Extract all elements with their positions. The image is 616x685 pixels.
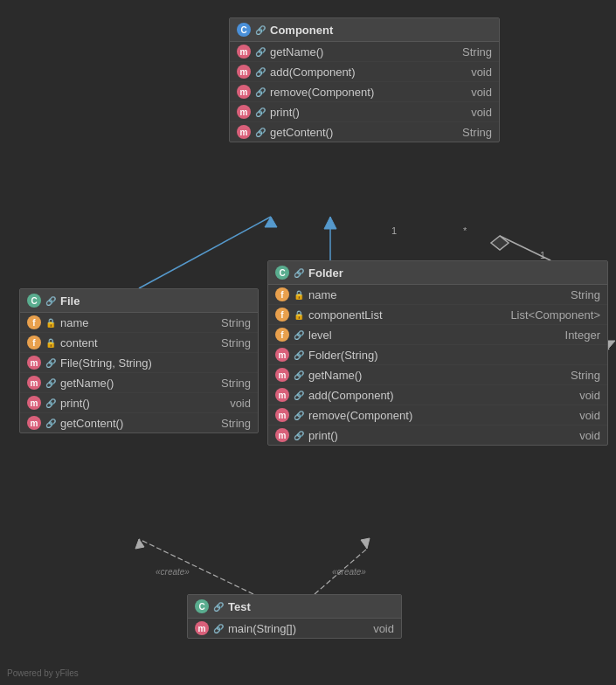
- f-badge-file-2: f: [27, 336, 41, 349]
- return-file-6: String: [221, 417, 251, 430]
- link-file-5: 🔗: [45, 398, 56, 408]
- return-folder-8: void: [579, 429, 600, 442]
- svg-line-0: [139, 217, 271, 288]
- lock-folder-1: 🔒: [294, 290, 304, 300]
- class-component-header: C 🔗 Component: [230, 18, 499, 42]
- test-method-main: m 🔗 main(String[]) void: [188, 619, 401, 638]
- link-file-4: 🔗: [45, 378, 56, 388]
- diagram-container: 1 * 1 «create» «create» C 🔗 Component m …: [0, 0, 616, 685]
- link-folder-6: 🔗: [294, 391, 304, 400]
- method-folder-5: getName(): [308, 369, 566, 382]
- folder-field-name: f 🔒 name String: [268, 285, 607, 305]
- svg-marker-3: [324, 217, 336, 229]
- method-file-4: getName(): [60, 377, 217, 390]
- folder-method-getname: m 🔗 getName() String: [268, 365, 607, 385]
- m-badge-5: m: [237, 125, 251, 139]
- test-class-name: Test: [228, 600, 251, 613]
- method-name-4: print(): [270, 106, 467, 119]
- class-test: C 🔗 Test m 🔗 main(String[]) void: [187, 594, 402, 639]
- file-method-getname: m 🔗 getName() String: [20, 373, 258, 393]
- link-folder-4: 🔗: [294, 350, 304, 360]
- m-badge-1: m: [237, 45, 251, 59]
- m-badge-2: m: [237, 65, 251, 79]
- lock-folder-2: 🔒: [294, 310, 304, 320]
- folder-method-constructor: m 🔗 Folder(String): [268, 345, 607, 365]
- class-component: C 🔗 Component m 🔗 getName() String m 🔗 a…: [229, 17, 500, 142]
- f-badge-folder-3: f: [275, 328, 289, 342]
- component-link-icon: 🔗: [255, 25, 266, 35]
- m-badge-file-5: m: [27, 396, 41, 410]
- link-3: 🔗: [255, 87, 266, 97]
- file-method-constructor: m 🔗 File(String, String): [20, 353, 258, 373]
- method-name-5: getContent(): [270, 126, 458, 139]
- method-folder-7: remove(Component): [308, 409, 575, 422]
- file-method-getcontent: m 🔗 getContent() String: [20, 413, 258, 432]
- m-badge-file-4: m: [27, 376, 41, 390]
- m-badge-folder-7: m: [275, 408, 289, 422]
- f-badge-folder-2: f: [275, 308, 289, 322]
- return-folder-5: String: [571, 369, 600, 382]
- svg-line-4: [500, 236, 550, 260]
- component-badge-c: C: [237, 23, 251, 37]
- method-file-3: File(String, String): [60, 356, 246, 370]
- return-type-2: void: [471, 66, 492, 79]
- folder-method-add: m 🔗 add(Component) void: [268, 385, 607, 405]
- svg-line-11: [139, 539, 253, 594]
- return-test-1: void: [373, 622, 394, 635]
- method-name-1: getName(): [270, 45, 458, 59]
- return-type-5: String: [462, 126, 492, 139]
- field-folder-3: level: [308, 329, 561, 342]
- method-file-5: print(): [60, 397, 225, 410]
- folder-field-level: f 🔗 level Integer: [268, 325, 607, 345]
- folder-method-print: m 🔗 print() void: [268, 426, 607, 445]
- link-file-6: 🔗: [45, 419, 56, 428]
- svg-text:*: *: [463, 225, 467, 236]
- method-folder-8: print(): [308, 429, 575, 442]
- return-type-3: void: [471, 86, 492, 99]
- component-method-remove: m 🔗 remove(Component) void: [230, 82, 499, 102]
- field-folder-2: componentList: [308, 308, 506, 322]
- file-field-content: f 🔒 content String: [20, 333, 258, 353]
- file-method-print: m 🔗 print() void: [20, 393, 258, 413]
- m-badge-3: m: [237, 85, 251, 99]
- folder-class-name: Folder: [308, 266, 343, 280]
- f-badge-file-1: f: [27, 315, 41, 329]
- return-folder-7: void: [579, 409, 600, 422]
- return-file-4: String: [221, 377, 251, 390]
- folder-link-icon: 🔗: [294, 268, 304, 278]
- method-name-3: remove(Component): [270, 86, 467, 99]
- component-method-add: m 🔗 add(Component) void: [230, 62, 499, 82]
- link-folder-5: 🔗: [294, 370, 304, 380]
- field-folder-1: name: [308, 288, 566, 301]
- m-badge-folder-8: m: [275, 428, 289, 442]
- component-method-getcontent: m 🔗 getContent() String: [230, 122, 499, 142]
- test-link-icon: 🔗: [213, 602, 224, 612]
- svg-text:«create»: «create»: [332, 567, 366, 577]
- field-type-folder-3: Integer: [565, 329, 600, 342]
- field-name-file-1: name: [60, 316, 217, 329]
- folder-method-remove: m 🔗 remove(Component) void: [268, 405, 607, 426]
- field-name-file-2: content: [60, 336, 217, 349]
- component-class-name: Component: [270, 24, 333, 37]
- method-folder-6: add(Component): [308, 389, 575, 402]
- folder-badge-c: C: [275, 266, 289, 280]
- m-badge-folder-5: m: [275, 368, 289, 382]
- m-badge-folder-6: m: [275, 388, 289, 402]
- link-file-3: 🔗: [45, 358, 56, 368]
- svg-line-13: [315, 549, 367, 594]
- svg-marker-14: [361, 538, 370, 549]
- link-4: 🔗: [255, 107, 266, 117]
- field-type-file-2: String: [221, 336, 251, 349]
- file-badge-c: C: [27, 294, 41, 308]
- link-5: 🔗: [255, 128, 266, 137]
- file-field-name: f 🔒 name String: [20, 313, 258, 333]
- class-file-header: C 🔗 File: [20, 289, 258, 313]
- m-badge-4: m: [237, 105, 251, 119]
- m-badge-test-1: m: [195, 621, 209, 635]
- field-type-folder-2: List<Component>: [510, 308, 600, 322]
- return-folder-6: void: [579, 389, 600, 402]
- class-folder: C 🔗 Folder f 🔒 name String f 🔒 component…: [267, 260, 608, 446]
- svg-text:1: 1: [391, 225, 397, 236]
- class-file: C 🔗 File f 🔒 name String f 🔒 content Str…: [19, 288, 259, 433]
- class-folder-header: C 🔗 Folder: [268, 261, 607, 285]
